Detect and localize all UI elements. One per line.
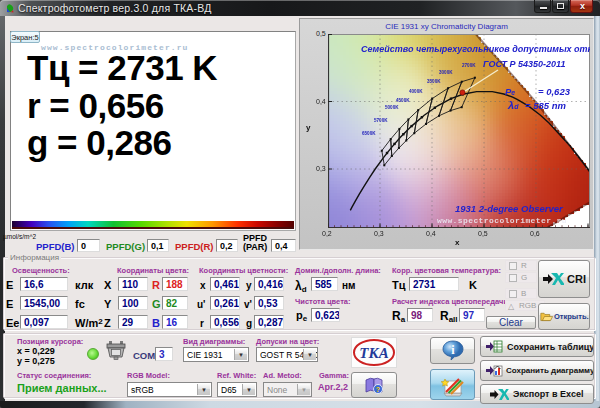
svg-text:?: ? [376,386,380,393]
svg-text:2700K: 2700K [462,63,476,68]
svg-text:5700K: 5700K [374,118,388,123]
svg-text:3000K: 3000K [439,70,453,75]
svg-text:5000K: 5000K [385,105,399,110]
svg-text:4000K: 4000K [409,89,423,94]
svg-text:6500K: 6500K [362,131,376,136]
svg-text:ТКА: ТКА [359,345,388,361]
svg-text:4500K: 4500K [396,98,410,103]
svg-text:3500K: 3500K [427,79,441,84]
